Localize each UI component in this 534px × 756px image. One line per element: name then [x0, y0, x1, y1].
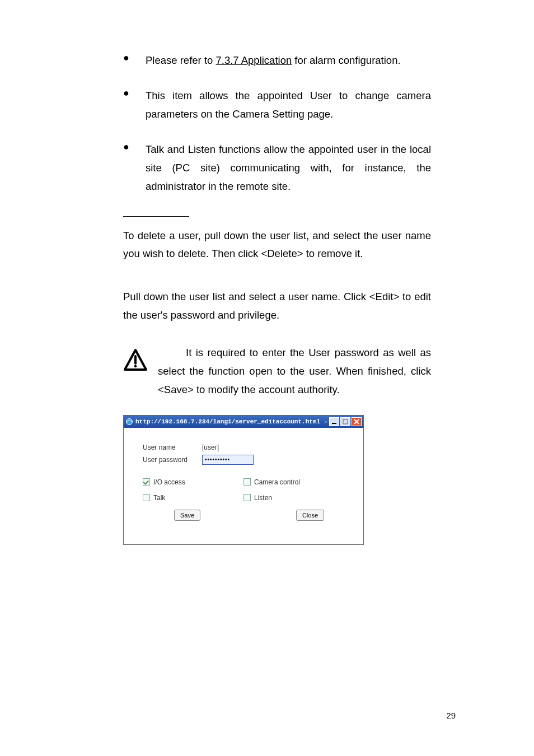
dialog-title: http://192.168.7.234/lang1/server_editac… [135, 418, 329, 425]
page-number: 29 [446, 711, 456, 720]
svg-point-2 [134, 365, 137, 368]
bullet-icon: ● [123, 87, 146, 124]
application-link[interactable]: 7.3.7 Application [216, 54, 292, 66]
io-access-label: I/O access [153, 478, 185, 486]
talk-checkbox[interactable] [143, 494, 150, 501]
bullet-text-2: This item allows the appointed User to c… [146, 87, 431, 124]
bullet1-pre: Please refer to [146, 54, 216, 66]
delete-user-paragraph: To delete a user, pull down the user lis… [123, 227, 431, 264]
username-value: [user] [202, 444, 219, 451]
talk-label: Talk [153, 494, 165, 502]
maximize-button[interactable] [340, 417, 350, 426]
bullet1-post: for alarm configuration. [292, 54, 400, 66]
ie-icon [125, 418, 133, 426]
dialog-titlebar: http://192.168.7.234/lang1/server_editac… [124, 416, 363, 428]
save-button[interactable]: Save [174, 510, 200, 521]
password-label: User password [143, 456, 202, 464]
bullet-icon: ● [123, 52, 146, 70]
svg-point-3 [127, 418, 133, 424]
warning-icon [123, 344, 151, 399]
note-text: It is required to enter the User passwor… [156, 344, 431, 399]
edit-account-dialog: http://192.168.7.234/lang1/server_editac… [123, 415, 364, 545]
camera-control-label: Camera control [254, 478, 300, 486]
bullet-text-3: Talk and Listen functions allow the appo… [146, 141, 431, 196]
edit-user-paragraph: Pull down the user list and select a use… [123, 288, 431, 325]
username-label: User name [143, 444, 202, 451]
close-button[interactable]: Close [296, 510, 324, 521]
bullet-text-1: Please refer to 7.3.7 Application for al… [146, 52, 431, 70]
section-divider [123, 216, 431, 217]
io-access-checkbox[interactable] [143, 478, 150, 486]
listen-checkbox[interactable] [243, 494, 251, 501]
camera-control-checkbox[interactable] [243, 478, 251, 486]
close-window-button[interactable] [352, 417, 362, 426]
svg-rect-5 [343, 419, 348, 424]
bullet-icon: ● [123, 141, 146, 196]
password-input[interactable] [202, 455, 254, 465]
listen-label: Listen [254, 494, 272, 502]
minimize-button[interactable] [329, 417, 339, 426]
